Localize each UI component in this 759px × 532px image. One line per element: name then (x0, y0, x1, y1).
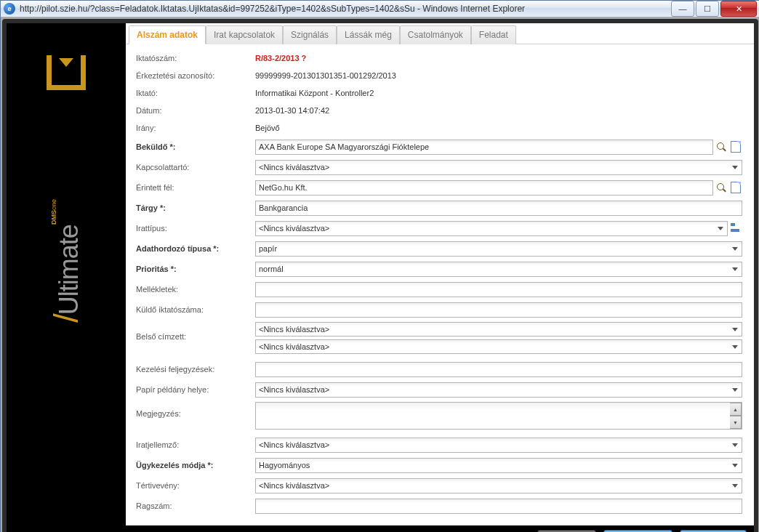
label-kuldo-iktatoszama: Küldő iktatószáma: (136, 305, 255, 314)
erintett-input[interactable]: NetGo.hu Kft. (255, 180, 713, 196)
targy-input[interactable]: Bankgarancia (255, 201, 742, 216)
label-irattipus: Irattípus: (136, 224, 255, 233)
logo-icon (41, 55, 92, 96)
irattipus-tree-button[interactable] (729, 221, 742, 235)
window-title: http://pilot.szie.hu/?class=Feladatok.Ik… (20, 4, 671, 14)
label-kapcsolattarto: Kapcsolattartó: (136, 163, 255, 172)
value-iktato: Informatikai Központ - Kontroller2 (255, 89, 742, 97)
erintett-lookup-button[interactable] (715, 180, 728, 195)
titlebar: e http://pilot.szie.hu/?class=Feladatok.… (1, 1, 759, 17)
label-bekuldo: Beküldő *: (136, 142, 255, 151)
content-area: Alszám adatok Irat kapcsolatok Szignálás… (126, 23, 754, 525)
minimize-button[interactable]: — (671, 1, 694, 17)
tree-icon (731, 223, 741, 233)
label-belso-cimzett: Belső címzett: (136, 322, 255, 341)
kapcsolattarto-select[interactable]: <Nincs kiválasztva> (255, 160, 742, 175)
label-datum: Dátum: (136, 106, 255, 115)
label-megjegyzes: Megjegyzés: (136, 402, 255, 418)
value-iktatoszam: R/83-2/2013 ? (255, 54, 742, 63)
bekuldo-lookup-button[interactable] (715, 140, 728, 154)
belso-cimzett-select-2[interactable]: <Nincs kiválasztva> (255, 339, 742, 354)
kezelesi-input[interactable] (255, 362, 742, 377)
label-targy: Tárgy *: (136, 203, 255, 212)
tab-szignalas[interactable]: Szignálás (283, 25, 337, 44)
label-kezelesi: Kezelési feljegyzések: (136, 365, 255, 374)
tab-alszam-adatok[interactable]: Alszám adatok (129, 25, 206, 44)
maximize-button[interactable]: ☐ (696, 1, 719, 17)
app-chrome: /UltimateDMSone Alszám adatok Irat kapcs… (2, 19, 758, 532)
label-irany: Irány: (136, 124, 255, 132)
brand-text: /UltimateDMSone (47, 199, 86, 323)
megjegyzes-textarea[interactable] (255, 402, 742, 430)
scroll-down-icon[interactable]: ▼ (730, 416, 742, 429)
search-icon (717, 142, 726, 151)
label-papir-hely: Papír példány helye: (136, 385, 255, 394)
brand-name: Ultimate (54, 225, 84, 315)
tertiveveny-select[interactable]: <Nincs kiválasztva> (255, 478, 742, 493)
label-prioritas: Prioritás *: (136, 265, 255, 273)
label-tertiveveny: Tértivevény: (136, 481, 255, 490)
value-erkeztetesi: 99999999-201301301351-001292/2013 (255, 71, 742, 80)
search-icon (717, 183, 726, 192)
tab-bar: Alszám adatok Irat kapcsolatok Szignálás… (126, 23, 754, 44)
belso-cimzett-select-1[interactable]: <Nincs kiválasztva> (255, 322, 742, 336)
ragszam-input[interactable] (255, 499, 742, 514)
outer-frame: /UltimateDMSone Alszám adatok Irat kapcs… (1, 17, 759, 532)
label-erintett: Érintett fél: (136, 183, 255, 192)
ugykezeles-select[interactable]: Hagyományos (255, 458, 742, 473)
tab-irat-kapcsolatok[interactable]: Irat kapcsolatok (206, 25, 283, 44)
scroll-up-icon[interactable]: ▲ (730, 403, 742, 416)
browser-window: e http://pilot.szie.hu/?class=Feladatok.… (0, 0, 759, 532)
kuldo-iktatoszama-input[interactable] (255, 302, 742, 318)
value-irany: Bejövő (255, 124, 742, 132)
label-erkeztetesi: Érkeztetési azonosító: (136, 71, 255, 80)
label-iktato: Iktató: (136, 89, 255, 97)
megjegyzes-scroll[interactable]: ▲▼ (730, 403, 742, 429)
brand-suite: DMSone (51, 199, 57, 225)
footer-buttons: Vissza Rendben Mégsem (7, 525, 754, 532)
iratjellemzo-select[interactable]: <Nincs kiválasztva> (255, 438, 742, 453)
bekuldo-new-button[interactable] (729, 140, 742, 154)
app-body: /UltimateDMSone Alszám adatok Irat kapcs… (7, 23, 754, 525)
tab-csatolmanyok[interactable]: Csatolmányok (400, 25, 471, 44)
papir-hely-select[interactable]: <Nincs kiválasztva> (255, 382, 742, 398)
label-ragszam: Ragszám: (136, 501, 255, 510)
close-button[interactable]: ✕ (720, 1, 757, 17)
sidebar: /UltimateDMSone (7, 23, 126, 525)
label-ugykezeles: Ügykezelés módja *: (136, 461, 255, 469)
mellekletek-input[interactable] (255, 282, 742, 297)
form-panel: Iktatószám:R/83-2/2013 ? Érkeztetési azo… (126, 44, 754, 525)
document-icon (731, 182, 741, 193)
brand-slash: / (47, 315, 85, 323)
adathordozo-select[interactable]: papír (255, 241, 742, 257)
label-iratjellemzo: Iratjellemző: (136, 440, 255, 449)
irattipus-select[interactable]: <Nincs kiválasztva> (255, 221, 728, 236)
label-adathordozo: Adathordozó típusa *: (136, 244, 255, 253)
value-datum: 2013-01-30 14:07:42 (255, 106, 742, 115)
document-icon (731, 141, 741, 153)
bekuldo-input[interactable]: AXA Bank Europe SA Magyarországi Fióktel… (255, 140, 713, 155)
prioritas-select[interactable]: normál (255, 262, 742, 277)
label-iktatoszam: Iktatószám: (136, 54, 255, 63)
label-mellekletek: Mellékletek: (136, 285, 255, 294)
ie-favicon: e (4, 3, 15, 15)
erintett-new-button[interactable] (729, 180, 742, 195)
tab-feladat[interactable]: Feladat (471, 25, 516, 44)
tab-lassak-meg[interactable]: Lássák még (337, 25, 400, 44)
